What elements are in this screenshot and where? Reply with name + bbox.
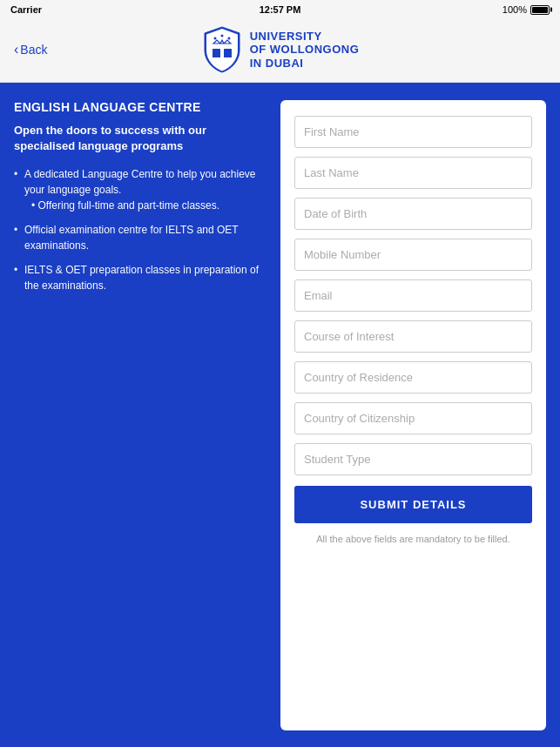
time-label: 12:57 PM [260, 4, 301, 15]
list-item: A dedicated Language Centre to help you … [14, 166, 267, 213]
battery-icon [530, 5, 550, 15]
date-of-birth-input[interactable] [294, 198, 532, 230]
submit-button[interactable]: SUBMIT DETAILS [294, 486, 532, 523]
university-logo [201, 26, 243, 73]
email-input[interactable] [294, 279, 532, 312]
back-label: Back [20, 43, 47, 57]
svg-point-3 [213, 37, 216, 40]
mobile-number-input[interactable] [294, 239, 532, 271]
main-content: ENGLISH LANGUAGE CENTRE Open the doors t… [0, 83, 560, 747]
logo-line1: UNIVERSITY [250, 30, 360, 44]
header: ‹ Back UNIVERSITY OF WOLLONGONG IN DUBAI [0, 19, 560, 83]
svg-point-4 [220, 35, 223, 37]
last-name-input[interactable] [294, 157, 532, 189]
logo-text: UNIVERSITY OF WOLLONGONG IN DUBAI [250, 30, 360, 71]
section-title: ENGLISH LANGUAGE CENTRE [14, 100, 267, 114]
carrier-label: Carrier [10, 4, 42, 15]
svg-rect-0 [213, 49, 220, 57]
logo-line2: OF WOLLONGONG [250, 43, 360, 57]
country-of-citizenship-input[interactable] [294, 402, 532, 434]
bullet-text: Official examination centre for IELTS an… [24, 224, 238, 252]
back-button[interactable]: ‹ Back [14, 42, 47, 57]
back-chevron-icon: ‹ [14, 42, 18, 57]
country-of-residence-input[interactable] [294, 361, 532, 394]
battery-percent: 100% [503, 4, 527, 15]
registration-form: SUBMIT DETAILS All the above fields are … [280, 100, 546, 730]
svg-rect-1 [224, 49, 232, 57]
mandatory-note: All the above fields are mandatory to be… [294, 534, 532, 544]
sub-bullet-text: • Offering full-time and part-time class… [24, 198, 267, 213]
bullet-text: A dedicated Language Centre to help you … [24, 168, 256, 196]
logo: UNIVERSITY OF WOLLONGONG IN DUBAI [201, 26, 360, 73]
student-type-input[interactable] [294, 443, 532, 475]
first-name-input[interactable] [294, 116, 532, 148]
bullet-text: IELTS & OET preparation classes in prepa… [24, 264, 259, 292]
list-item: IELTS & OET preparation classes in prepa… [14, 262, 267, 293]
svg-point-5 [227, 37, 230, 40]
list-item: Official examination centre for IELTS an… [14, 222, 267, 253]
section-subtitle: Open the doors to success with our speci… [14, 123, 267, 154]
course-of-interest-input[interactable] [294, 320, 532, 353]
left-panel: ENGLISH LANGUAGE CENTRE Open the doors t… [14, 100, 267, 730]
bullet-list: A dedicated Language Centre to help you … [14, 166, 267, 293]
status-bar: Carrier 12:57 PM 100% [0, 0, 560, 19]
battery-area: 100% [503, 4, 550, 15]
logo-line3: IN DUBAI [250, 57, 360, 71]
